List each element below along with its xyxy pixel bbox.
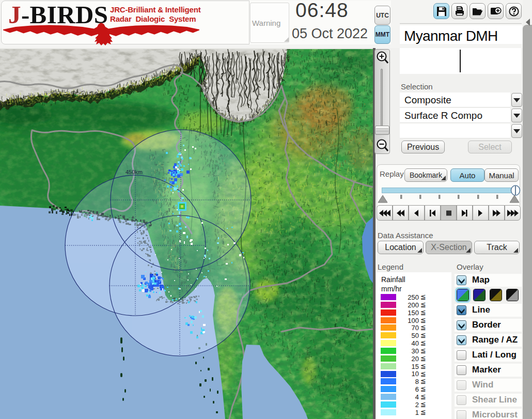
- svg-text:450km: 450km: [126, 169, 143, 175]
